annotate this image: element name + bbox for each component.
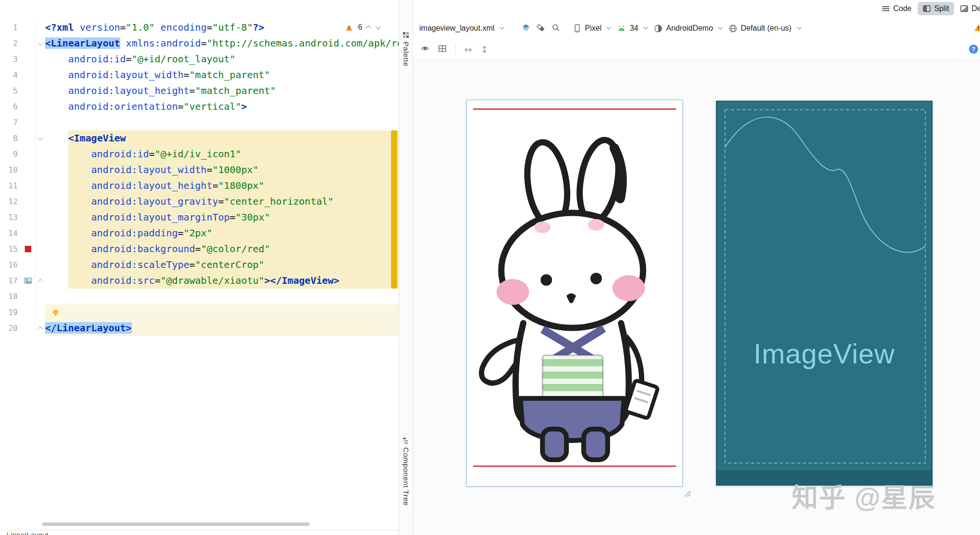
line-number[interactable]: 20: [0, 320, 21, 336]
tab-design[interactable]: De: [955, 2, 980, 15]
sidebar-tab-palette[interactable]: Palette: [399, 32, 413, 67]
eraser-icon[interactable]: [537, 23, 545, 34]
code-line[interactable]: 15 android:background="@color/red": [0, 241, 399, 257]
line-number[interactable]: 12: [0, 194, 21, 209]
view-options-eye-icon[interactable]: [421, 45, 429, 54]
color-picker-icon[interactable]: [552, 23, 560, 34]
code-text[interactable]: android:background="@color/red": [45, 241, 399, 257]
drawable-preview-icon[interactable]: [24, 277, 32, 284]
code-text[interactable]: <LinearLayout xmlns:android="http://sche…: [45, 35, 399, 51]
line-number[interactable]: 6: [0, 99, 21, 115]
fold-chevron-icon[interactable]: [37, 40, 43, 45]
line-number[interactable]: 17: [0, 273, 21, 289]
api-level-selector[interactable]: 34: [617, 24, 647, 33]
line-number[interactable]: 13: [0, 209, 21, 225]
blueprint-canvas[interactable]: ImageView: [716, 101, 933, 486]
code-text[interactable]: android:padding="2px": [45, 225, 399, 241]
code-line[interactable]: 6 android:orientation="vertical">: [0, 99, 399, 115]
horizontal-scrollbar[interactable]: [42, 523, 310, 526]
tab-split[interactable]: Split: [918, 2, 954, 15]
line-number[interactable]: 15: [0, 241, 21, 257]
code-text[interactable]: [45, 304, 399, 320]
code-text[interactable]: [45, 289, 399, 304]
color-red-swatch[interactable]: [25, 246, 31, 252]
line-number[interactable]: 2: [0, 35, 21, 51]
intention-bulb-icon[interactable]: [52, 305, 59, 320]
code-line[interactable]: 7: [0, 115, 399, 130]
grid-view-icon[interactable]: [438, 45, 447, 55]
layout-warning-icon[interactable]: [974, 23, 980, 34]
fold-marker-slot[interactable]: [35, 35, 45, 51]
code-text[interactable]: </LinearLayout>: [45, 320, 399, 336]
breadcrumb[interactable]: LinearLayout: [0, 530, 48, 535]
code-text[interactable]: android:layout_height="1800px": [45, 178, 399, 194]
layers-icon[interactable]: [522, 23, 530, 33]
line-number[interactable]: 1: [0, 20, 21, 35]
code-line[interactable]: 3 android:id="@+id/root_layout": [0, 51, 399, 67]
code-line[interactable]: 19: [0, 304, 399, 320]
fold-chevron-icon[interactable]: [37, 279, 43, 284]
code-line[interactable]: 14 android:padding="2px": [0, 225, 399, 241]
theme-selector[interactable]: AndroidDemo: [654, 24, 722, 33]
code-line[interactable]: 4 android:layout_width="match_parent": [0, 67, 399, 83]
fold-marker-slot[interactable]: [35, 130, 45, 146]
expand-horizontal-icon[interactable]: ↔: [464, 44, 472, 55]
gutter-icon-slot[interactable]: [21, 241, 35, 257]
next-issue-icon[interactable]: [376, 24, 381, 29]
breadcrumb-bar[interactable]: LinearLayout: [0, 530, 399, 535]
expand-vertical-icon[interactable]: ↕: [481, 44, 488, 55]
code-line[interactable]: 16 android:scaleType="centerCrop": [0, 257, 399, 273]
line-number[interactable]: 8: [0, 130, 21, 146]
fold-marker-slot[interactable]: [35, 320, 45, 336]
fold-chevron-icon[interactable]: [37, 326, 43, 331]
code-line[interactable]: 8 <ImageView: [0, 130, 399, 146]
device-selector[interactable]: Pixel: [573, 24, 611, 33]
code-text[interactable]: android:id="@+id/iv_icon1": [45, 146, 399, 162]
code-text[interactable]: <ImageView: [45, 130, 399, 146]
code-line[interactable]: 1<?xml version="1.0" encoding="utf-8"?>: [0, 20, 399, 35]
design-surface[interactable]: ImageView 知乎 @星辰: [413, 59, 980, 535]
code-line[interactable]: 11 android:layout_height="1800px": [0, 178, 399, 194]
inspections-widget[interactable]: 6: [342, 22, 382, 33]
line-number[interactable]: 18: [0, 289, 21, 304]
code-line[interactable]: 13 android:layout_marginTop="30px": [0, 209, 399, 225]
code-text[interactable]: android:id="@+id/root_layout": [45, 51, 399, 67]
code-lines[interactable]: 1<?xml version="1.0" encoding="utf-8"?>2…: [0, 0, 399, 529]
fold-marker-slot[interactable]: [35, 273, 45, 289]
code-text[interactable]: android:src="@drawable/xiaotu"></ImageVi…: [45, 273, 399, 289]
code-line[interactable]: 10 android:layout_width="1000px": [0, 162, 399, 178]
gutter-icon-slot[interactable]: [21, 273, 35, 289]
code-line[interactable]: 9 android:id="@+id/iv_icon1": [0, 146, 399, 162]
code-text[interactable]: android:layout_width="1000px": [45, 162, 399, 178]
code-text[interactable]: android:layout_gravity="center_horizonta…: [45, 194, 399, 209]
line-number[interactable]: 10: [0, 162, 21, 178]
line-number[interactable]: 4: [0, 67, 21, 83]
line-number[interactable]: 19: [0, 304, 21, 320]
help-icon[interactable]: ?: [969, 45, 978, 54]
code-line[interactable]: 2<LinearLayout xmlns:android="http://sch…: [0, 35, 399, 51]
line-number[interactable]: 5: [0, 83, 21, 99]
code-line[interactable]: 12 android:layout_gravity="center_horizo…: [0, 194, 399, 209]
tab-code[interactable]: Code: [877, 2, 917, 15]
line-number[interactable]: 14: [0, 225, 21, 241]
sidebar-tab-component-tree[interactable]: Component Tree: [399, 437, 413, 506]
code-line[interactable]: 20</LinearLayout>: [0, 320, 399, 336]
line-number[interactable]: 16: [0, 257, 21, 273]
code-text[interactable]: android:layout_marginTop="30px": [45, 209, 399, 225]
locale-selector[interactable]: Default (en-us): [729, 24, 801, 33]
code-line[interactable]: 18: [0, 289, 399, 304]
line-number[interactable]: 11: [0, 178, 21, 194]
code-line[interactable]: 5 android:layout_height="match_parent": [0, 83, 399, 99]
code-text[interactable]: android:layout_width="match_parent": [45, 67, 399, 83]
code-text[interactable]: android:scaleType="centerCrop": [45, 257, 399, 273]
line-number[interactable]: 3: [0, 51, 21, 67]
scrollbar-selection-marker[interactable]: [391, 130, 397, 289]
line-number[interactable]: 9: [0, 146, 21, 162]
canvas-resize-grip[interactable]: [684, 490, 692, 498]
layout-file-selector[interactable]: imageview_layout.xml: [419, 24, 504, 33]
line-number[interactable]: 7: [0, 115, 21, 130]
prev-issue-icon[interactable]: [366, 25, 371, 31]
code-line[interactable]: 17 android:src="@drawable/xiaotu"></Imag…: [0, 273, 399, 289]
layout-preview-canvas[interactable]: [466, 100, 683, 487]
code-text[interactable]: android:orientation="vertical">: [45, 99, 399, 115]
